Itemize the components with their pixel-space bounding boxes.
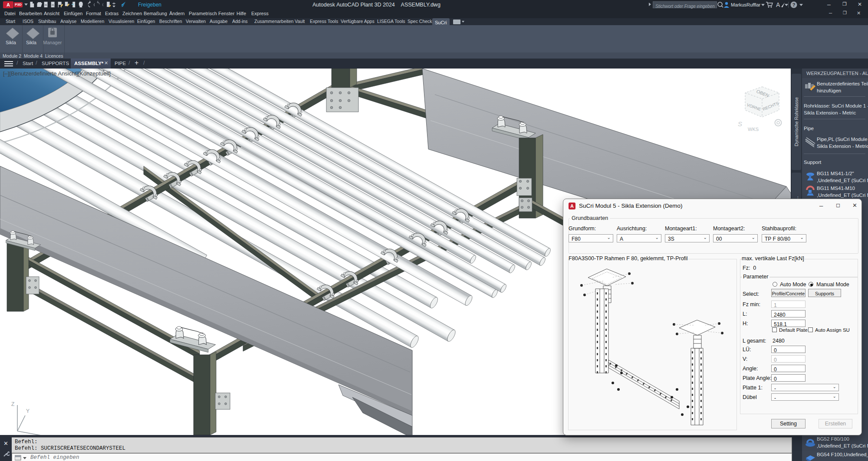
svg-text:A: A <box>776 1 780 8</box>
svg-text:WKS: WKS <box>748 127 759 132</box>
svg-text:?: ? <box>792 2 796 7</box>
svg-text:S: S <box>738 120 742 128</box>
svg-text:Z: Z <box>11 401 14 407</box>
svg-text:Y: Y <box>26 408 30 414</box>
